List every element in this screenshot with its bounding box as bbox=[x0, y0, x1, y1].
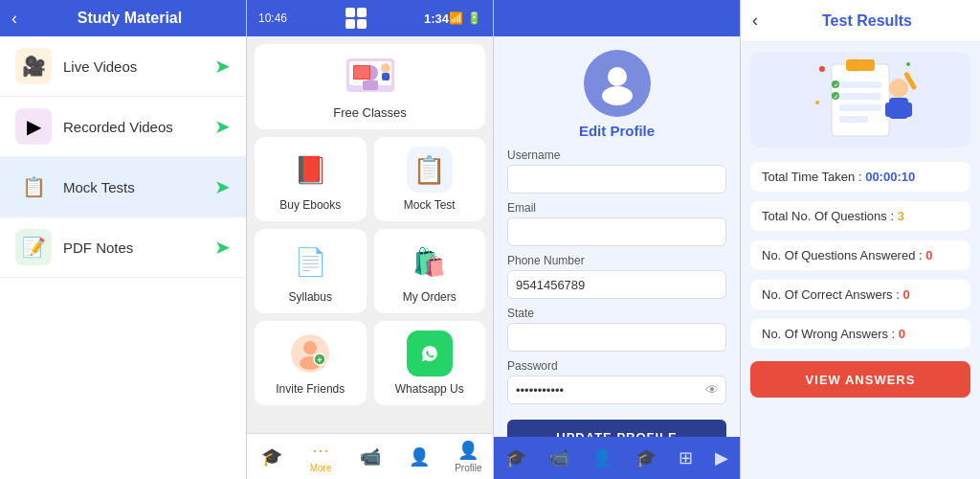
grid-cell-syllabus[interactable]: 📄 Syllabus bbox=[255, 229, 367, 313]
email-group: Email bbox=[507, 201, 726, 246]
panel4-back-button[interactable]: ‹ bbox=[752, 11, 758, 31]
svg-point-31 bbox=[819, 66, 825, 72]
nav-videos[interactable]: 📹 bbox=[345, 434, 394, 479]
state-group: State bbox=[507, 307, 726, 352]
whatsapp-us-label: Whatsapp Us bbox=[395, 382, 464, 396]
menu-item-pdf-notes[interactable]: 📝 PDF Notes ➤ bbox=[0, 217, 246, 278]
menu-item-recorded-videos[interactable]: ▶ Recorded Videos ➤ bbox=[0, 97, 246, 157]
free-classes-label: Free Classes bbox=[333, 105, 407, 120]
svg-rect-5 bbox=[354, 66, 369, 79]
recorded-videos-label: Recorded Videos bbox=[63, 119, 214, 135]
grid-menu-panel: 10:46 1:34 📶🔋 Free Classes bbox=[247, 0, 494, 479]
avatar bbox=[584, 50, 651, 117]
grid-cell-invite-friends[interactable]: + Invite Friends bbox=[255, 321, 367, 405]
recorded-videos-arrow: ➤ bbox=[214, 115, 231, 138]
buy-ebooks-label: Buy Ebooks bbox=[279, 198, 341, 212]
correct-answers-label: No. Of Correct Answers : bbox=[762, 287, 902, 302]
app-grid-icon[interactable] bbox=[341, 3, 371, 34]
wrong-answers-value: 0 bbox=[899, 327, 905, 341]
whatsapp-icon bbox=[407, 331, 453, 376]
questions-answered-label: No. Of Questions Answered : bbox=[762, 248, 925, 262]
mock-test-icon: 📋 bbox=[407, 147, 453, 193]
grid-cell-my-orders[interactable]: 🛍️ My Orders bbox=[374, 229, 486, 313]
phone-label: Phone Number bbox=[507, 254, 726, 267]
total-questions-label: Total No. Of Questions : bbox=[762, 209, 898, 223]
pdf-notes-arrow: ➤ bbox=[214, 236, 231, 259]
panel4-header: ‹ Test Results bbox=[741, 0, 980, 42]
panel3-header bbox=[494, 0, 740, 36]
bottom-user-icon[interactable]: 👤 bbox=[591, 447, 612, 468]
more-label: More bbox=[310, 463, 332, 473]
grid-row-1: 📕 Buy Ebooks 📋 Mock Test bbox=[255, 137, 485, 221]
study-material-panel: ‹ Study Material 🎥 Live Videos ➤ ▶ Recor… bbox=[0, 0, 247, 479]
panel1-title: Study Material bbox=[25, 10, 234, 27]
result-wrong-answers: No. Of Wrong Answers : 0 bbox=[750, 319, 970, 349]
result-total-questions: Total No. Of Questions : 3 bbox=[750, 201, 970, 231]
svg-text:✓: ✓ bbox=[834, 82, 838, 88]
status-icons: 📶🔋 bbox=[449, 11, 481, 25]
nav-home[interactable]: 🎓 bbox=[247, 434, 296, 479]
svg-point-9 bbox=[303, 341, 317, 354]
svg-point-14 bbox=[608, 67, 627, 86]
result-correct-answers: No. Of Correct Answers : 0 bbox=[750, 280, 970, 309]
edit-profile-panel: Edit Profile Username Email Phone Number… bbox=[494, 0, 741, 479]
menu-item-live-videos[interactable]: 🎥 Live Videos ➤ bbox=[0, 36, 246, 97]
bottom-home-icon[interactable]: 🎓 bbox=[505, 447, 526, 468]
free-classes-banner[interactable]: Free Classes bbox=[255, 44, 485, 129]
free-classes-image bbox=[342, 54, 399, 102]
nav-more[interactable]: ⋯ More bbox=[296, 434, 345, 479]
bottom-video-icon[interactable]: 📹 bbox=[548, 447, 569, 468]
panel1-header: ‹ Study Material bbox=[0, 0, 246, 36]
result-questions-answered: No. Of Questions Answered : 0 bbox=[750, 240, 970, 270]
bottom-cap-icon[interactable]: 🎓 bbox=[635, 447, 657, 468]
grid-cell-buy-ebooks[interactable]: 📕 Buy Ebooks bbox=[255, 137, 367, 221]
home-icon: 🎓 bbox=[261, 446, 282, 468]
correct-answers-value: 0 bbox=[902, 287, 909, 302]
user-icon: 👤 bbox=[409, 446, 430, 468]
grid-row-3: + Invite Friends Whatsapp Us bbox=[255, 321, 485, 405]
svg-rect-21 bbox=[839, 116, 868, 123]
bottom-grid-icon[interactable]: ⊞ bbox=[679, 447, 693, 468]
pdf-notes-icon: 📝 bbox=[15, 229, 52, 265]
svg-rect-3 bbox=[363, 80, 378, 90]
svg-point-6 bbox=[381, 63, 390, 73]
my-orders-icon: 🛍️ bbox=[407, 239, 453, 285]
bottom-play-icon[interactable]: ▶ bbox=[715, 447, 728, 468]
grid-cell-mock-test[interactable]: 📋 Mock Test bbox=[374, 137, 486, 221]
live-videos-label: Live Videos bbox=[63, 58, 214, 75]
password-toggle-icon[interactable]: 👁 bbox=[705, 382, 719, 398]
state-input[interactable] bbox=[507, 323, 726, 352]
grid-cell-whatsapp-us[interactable]: Whatsapp Us bbox=[374, 321, 486, 405]
password-input[interactable] bbox=[507, 376, 726, 404]
time-taken-label: Total Time Taken : bbox=[762, 170, 865, 184]
panel3-bottom-nav: 🎓 📹 👤 🎓 ⊞ ▶ bbox=[494, 437, 740, 479]
menu-item-mock-tests[interactable]: 📋 Mock Tests ➤ bbox=[0, 157, 246, 217]
back-button[interactable]: ‹ bbox=[11, 9, 17, 29]
total-questions-value: 3 bbox=[898, 209, 904, 223]
buy-ebooks-icon: 📕 bbox=[287, 147, 333, 193]
nav-user[interactable]: 👤 bbox=[394, 434, 443, 479]
mock-tests-label: Mock Tests bbox=[63, 179, 214, 195]
nav-profile[interactable]: 👤 Profile bbox=[444, 434, 493, 479]
email-input[interactable] bbox=[507, 217, 726, 246]
status-bar: 10:46 bbox=[258, 11, 287, 25]
password-group: Password 👁 bbox=[507, 359, 726, 404]
edit-profile-title: Edit Profile bbox=[579, 123, 655, 139]
svg-rect-17 bbox=[846, 59, 875, 71]
update-profile-button[interactable]: UPDATE PROFILE bbox=[507, 420, 726, 437]
svg-rect-28 bbox=[885, 103, 893, 117]
view-answers-button[interactable]: VIEW ANSWERS bbox=[750, 361, 970, 398]
username-label: Username bbox=[507, 148, 726, 162]
svg-rect-18 bbox=[839, 81, 881, 88]
svg-point-32 bbox=[906, 62, 910, 66]
mock-tests-arrow: ➤ bbox=[214, 175, 231, 198]
username-input[interactable] bbox=[507, 165, 726, 194]
result-time-taken: Total Time Taken : 00:00:10 bbox=[750, 162, 970, 192]
questions-answered-value: 0 bbox=[925, 248, 932, 262]
phone-input[interactable] bbox=[507, 270, 726, 299]
panel2-time: 1:34 bbox=[424, 11, 449, 26]
state-label: State bbox=[507, 307, 726, 320]
svg-text:✓: ✓ bbox=[834, 94, 838, 100]
recorded-videos-icon: ▶ bbox=[15, 108, 52, 145]
profile-label: Profile bbox=[455, 463, 481, 473]
